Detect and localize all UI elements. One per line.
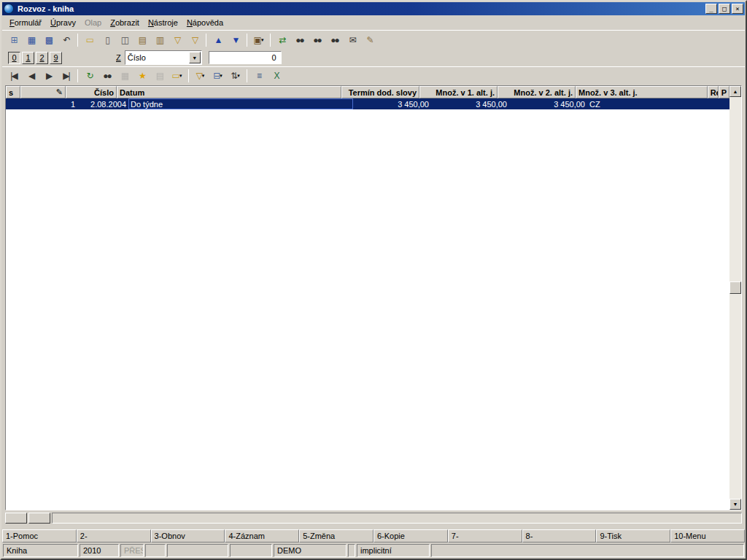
function-key[interactable]: 4-Záznam	[225, 529, 299, 542]
sort-column-label[interactable]: Z	[116, 53, 121, 62]
horizontal-scrollbar[interactable]	[52, 513, 742, 524]
record-toolbar: |◀◀▶▶|↻●●▦★▤▭▾▽▾⊟▾⇅▾≡X	[2, 66, 745, 84]
filter-menu-icon[interactable]: ▽▾	[192, 68, 209, 83]
view-menu-icon[interactable]: ⊟▾	[209, 68, 226, 83]
column-header[interactable]: Region	[708, 86, 719, 98]
save-as-icon[interactable]: ▩	[40, 32, 57, 47]
combo-dropdown-icon[interactable]: ▼	[189, 52, 201, 63]
menu-item[interactable]: Úpravy	[46, 16, 80, 29]
column-header[interactable]: Množ. v 1. alt. j.	[419, 86, 498, 98]
cell-mnoz-1: 3 450,00	[353, 98, 431, 109]
previous-record-icon[interactable]: ◀	[23, 68, 39, 83]
page-tab[interactable]: 1	[22, 52, 34, 64]
attachments-icon[interactable]: ▣▾	[250, 32, 267, 47]
cell-mnoz-3: 3 450,00	[509, 98, 587, 109]
find-next-icon[interactable]: ●●	[309, 32, 325, 47]
filter-icon[interactable]: ▽	[169, 32, 185, 47]
scroll-down-icon[interactable]: ▼	[729, 499, 741, 510]
title-bar[interactable]: Rozvoz - kniha _ □ ×	[2, 2, 745, 15]
menu-item[interactable]: Olap	[80, 16, 106, 29]
pane-button-2[interactable]	[28, 513, 50, 524]
maximize-button[interactable]: □	[719, 4, 730, 14]
status-cell: implicitní	[357, 544, 430, 557]
grid-header: s✎ČísloDatumTermín dod. slovyMnož. v 1. …	[6, 86, 729, 98]
function-key[interactable]: 10-Menu	[670, 529, 745, 542]
toolbar-separator	[77, 34, 78, 47]
column-header[interactable]: ✎	[20, 86, 66, 98]
save-icon[interactable]: ▦	[23, 32, 39, 47]
edit-note-icon[interactable]: ✎	[361, 32, 378, 47]
copy-icon[interactable]: ◫	[116, 32, 133, 47]
minimize-button[interactable]: _	[705, 4, 717, 14]
menu-item[interactable]: Formulář	[5, 16, 46, 29]
status-cell	[230, 544, 272, 557]
mail-icon[interactable]: ✉	[344, 32, 360, 47]
refresh-record-icon[interactable]: ↻	[81, 68, 98, 83]
page-tab[interactable]: 0	[8, 52, 20, 64]
function-key[interactable]: 2-	[77, 529, 151, 542]
column-header[interactable]: P	[719, 86, 729, 98]
find-record-icon[interactable]: ●●	[98, 68, 115, 83]
column-header[interactable]: Množ. v 3. alt. j.	[576, 86, 708, 98]
window-title: Rozvoz - kniha	[16, 4, 703, 13]
form-settings-icon[interactable]: ⊞	[5, 32, 22, 47]
filter-field-combo[interactable]: Číslo ▼	[125, 50, 202, 65]
new-icon[interactable]: ▯	[98, 32, 115, 47]
status-cell: Kniha	[3, 544, 78, 557]
last-record-icon[interactable]: ▶|	[58, 68, 74, 83]
move-down-icon[interactable]: ▼	[227, 32, 244, 47]
status-cell	[167, 544, 228, 557]
cell-mnoz-2: 3 450,00	[431, 98, 509, 109]
scrollbar-thumb[interactable]	[729, 281, 741, 294]
menu-item[interactable]: Nástroje	[144, 16, 182, 29]
open-icon[interactable]: ▭	[81, 32, 98, 47]
next-record-icon[interactable]: ▶	[40, 68, 57, 83]
column-header[interactable]: Množ. v 2. alt. j.	[498, 86, 576, 98]
toolbar-separator	[206, 34, 206, 47]
pane-button-1[interactable]	[5, 513, 27, 524]
paste-special-icon[interactable]: ▥	[151, 32, 168, 47]
scroll-up-icon[interactable]: ▲	[729, 86, 741, 97]
excel-export-icon[interactable]: X	[268, 68, 285, 83]
find-icon[interactable]: ●●	[291, 32, 308, 47]
table-row[interactable]: 1 2.08.2004 Do týdne 3 450,00 3 450,00 3…	[6, 98, 729, 109]
column-header[interactable]: Číslo	[66, 86, 117, 98]
new-record-icon[interactable]: ★	[133, 68, 150, 83]
open-record-icon[interactable]: ▭▾	[169, 68, 185, 83]
page-tab[interactable]: 9	[50, 52, 62, 64]
menu-item[interactable]: Zobrazit	[106, 16, 144, 29]
paste-icon[interactable]: ▤	[133, 32, 150, 47]
filter-cancel-icon[interactable]: ▽	[186, 32, 203, 47]
close-button[interactable]: ×	[732, 4, 743, 14]
convert-icon[interactable]: ⇄	[274, 32, 290, 47]
save-record-icon[interactable]: ▦	[116, 68, 133, 83]
scrollbar-track[interactable]	[729, 97, 741, 499]
grid-body[interactable]: 1 2.08.2004 Do týdne 3 450,00 3 450,00 3…	[6, 98, 729, 510]
status-cell	[348, 544, 355, 557]
function-key[interactable]: 7-	[448, 529, 522, 542]
filter-value-input[interactable]	[209, 51, 282, 64]
function-key[interactable]: 3-Obnov	[151, 529, 225, 542]
function-key[interactable]: 5-Změna	[299, 529, 374, 542]
column-header[interactable]: Datum	[117, 86, 341, 98]
status-cell: DEMO	[274, 544, 347, 557]
sort-menu-icon[interactable]: ⇅▾	[227, 68, 244, 83]
properties-icon[interactable]: ≡	[250, 68, 267, 83]
move-up-icon[interactable]: ▲	[209, 32, 226, 47]
find-special-icon[interactable]: ●●	[326, 32, 343, 47]
function-key[interactable]: 9-Tisk	[596, 529, 670, 542]
page-tab[interactable]: 2	[36, 52, 48, 64]
dropdown-caret-icon: ▾	[237, 73, 240, 79]
function-key[interactable]: 6-Kopie	[374, 529, 448, 542]
data-grid: s✎ČísloDatumTermín dod. slovyMnož. v 1. …	[5, 85, 742, 510]
menu-item[interactable]: Nápověda	[182, 16, 228, 29]
status-cell: 2010	[80, 544, 119, 557]
first-record-icon[interactable]: |◀	[5, 68, 22, 83]
column-header[interactable]: Termín dod. slovy	[341, 86, 419, 98]
function-key[interactable]: 8-	[522, 529, 597, 542]
column-header[interactable]: s	[6, 86, 20, 98]
copy-record-icon[interactable]: ▤	[151, 68, 168, 83]
undo-icon[interactable]: ↶	[58, 32, 74, 47]
vertical-scrollbar[interactable]: ▲ ▼	[729, 86, 741, 510]
function-key[interactable]: 1-Pomoc	[2, 529, 77, 542]
